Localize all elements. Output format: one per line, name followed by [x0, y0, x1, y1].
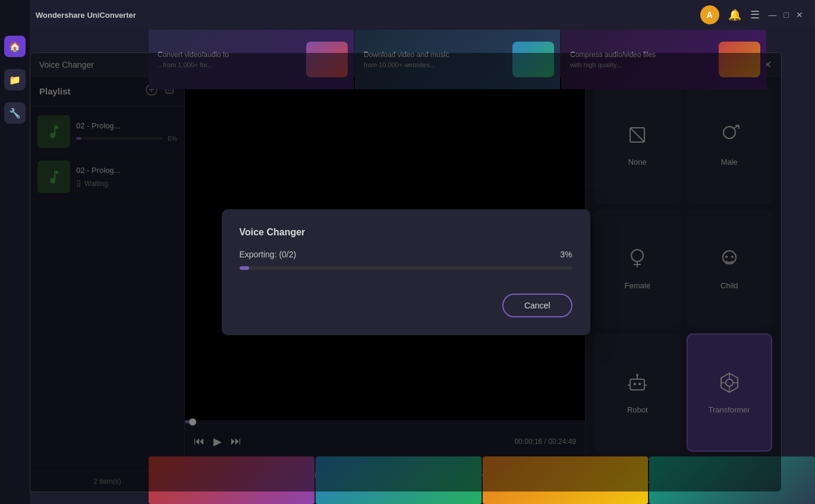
modal-actions: Cancel [240, 294, 572, 317]
left-sidebar: 🏠 📁 🔧 [0, 0, 30, 504]
sidebar-item-files[interactable]: 📁 [4, 69, 26, 90]
menu-icon[interactable]: ☰ [750, 8, 760, 21]
notification-icon[interactable]: 🔔 [728, 8, 741, 21]
export-modal: Voice Changer Exporting: (0/2) 3% Cancel [222, 209, 590, 335]
minimize-button[interactable]: — [769, 10, 777, 20]
app-name: Wondershare UniConverter [36, 11, 136, 20]
sidebar-item-tools[interactable]: 🔧 [4, 102, 26, 124]
modal-progress-bar [240, 266, 572, 270]
user-avatar[interactable]: A [700, 5, 719, 24]
app-logo-area: ▶ Wondershare UniConverter [12, 6, 136, 24]
modal-progress-percent: 3% [560, 250, 572, 259]
sidebar-item-home[interactable]: 🏠 [4, 36, 26, 57]
modal-title: Voice Changer [240, 227, 572, 238]
close-button[interactable]: ✕ [796, 10, 803, 20]
modal-overlay: Voice Changer Exporting: (0/2) 3% Cancel [30, 53, 781, 492]
modal-status-text: Exporting: (0/2) [240, 250, 297, 259]
avatar-initial: A [706, 10, 712, 20]
modal-cancel-button[interactable]: Cancel [502, 294, 572, 317]
modal-progress-fill [240, 266, 250, 270]
voice-changer-window: Voice Changer Feedback ✕ Playlist [30, 52, 782, 492]
maximize-button[interactable]: □ [784, 10, 789, 20]
modal-status-row: Exporting: (0/2) 3% [240, 250, 572, 259]
topbar-right: A 🔔 ☰ — □ ✕ [700, 5, 803, 24]
window-controls: — □ ✕ [769, 10, 803, 20]
outer-topbar: ▶ Wondershare UniConverter A 🔔 ☰ — □ ✕ [0, 0, 815, 30]
